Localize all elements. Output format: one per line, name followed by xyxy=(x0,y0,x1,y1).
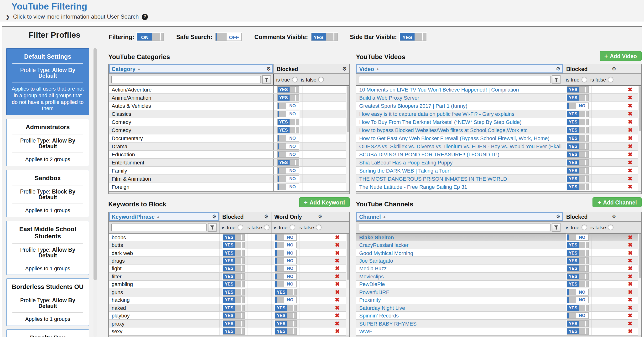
table-row[interactable]: THE MOST DANGEROUS PRISON INMATES IN THE… xyxy=(356,175,641,183)
blocked-toggle[interactable]: YES xyxy=(223,234,245,241)
channel-link[interactable]: Saturday Night Live xyxy=(359,305,405,311)
table-row[interactable]: SUPER BABY RHYMES YES ✖ xyxy=(356,320,641,328)
profile-card[interactable]: East Middle School Students Profile Type… xyxy=(6,220,89,275)
profile-card[interactable]: Sandbox Profile Type: Block By Default A… xyxy=(6,170,89,217)
help-icon[interactable]: ? xyxy=(142,13,148,20)
gear-icon[interactable]: ⚙ xyxy=(342,66,347,71)
channel-link[interactable]: Media Buzz xyxy=(359,266,387,272)
delete-button[interactable]: ✖ xyxy=(628,94,632,101)
blocked-toggle[interactable]: YES xyxy=(223,242,245,248)
table-row[interactable]: Comedy YES xyxy=(109,118,349,126)
delete-button[interactable]: ✖ xyxy=(335,328,340,335)
table-row[interactable]: Build a Web Proxy Server YES ✖ xyxy=(356,94,641,102)
delete-button[interactable]: ✖ xyxy=(628,151,632,158)
video-link[interactable]: Surfing the DARK WEB | Taking a Tour! xyxy=(359,168,451,174)
blocked-toggle[interactable]: YES xyxy=(277,94,299,101)
sidebar-scrollbar-thumb[interactable] xyxy=(94,48,97,280)
table-row[interactable]: How easy is it to capture data on public… xyxy=(356,110,641,118)
grid-scrollbar[interactable] xyxy=(638,234,641,336)
blocked-toggle[interactable]: YES xyxy=(567,159,589,166)
gear-icon[interactable]: ⚙ xyxy=(556,214,560,219)
delete-button[interactable]: ✖ xyxy=(335,297,340,303)
profile-card[interactable]: Borderless Students OU Profile Type: All… xyxy=(6,279,89,326)
column-header-category[interactable]: Category ▲ ⚙ xyxy=(109,64,274,73)
gear-icon[interactable]: ⚙ xyxy=(612,214,616,219)
column-header-blocked[interactable]: Blocked ⚙ xyxy=(564,212,619,221)
gear-icon[interactable]: ⚙ xyxy=(264,214,268,219)
blocked-toggle[interactable]: NO xyxy=(277,135,299,142)
radio-is-false[interactable] xyxy=(608,77,614,82)
table-row[interactable]: sexy YES YES ✖ xyxy=(109,328,349,336)
table-row[interactable]: ODESZA vs. Skrillex vs. Diversa vs. Ille… xyxy=(356,143,641,151)
filter-button[interactable] xyxy=(552,75,560,84)
delete-button[interactable]: ✖ xyxy=(628,111,632,117)
word-only-toggle[interactable]: YES xyxy=(275,328,297,335)
radio-is-false[interactable] xyxy=(608,225,614,230)
video-link[interactable]: How to bypass Blocked Websites/Web filte… xyxy=(359,127,528,133)
channel-filter-input[interactable] xyxy=(359,224,550,231)
blocked-toggle[interactable]: YES xyxy=(277,127,299,133)
table-row[interactable]: PewDiePie YES ✖ xyxy=(356,281,641,288)
word-only-toggle[interactable]: NO xyxy=(275,242,297,248)
radio-is-false[interactable] xyxy=(264,225,270,230)
delete-button[interactable]: ✖ xyxy=(628,159,632,166)
table-row[interactable]: 10 Moments on LIVE TV You Won't Believe … xyxy=(356,86,641,94)
table-row[interactable]: Anime/Animation YES xyxy=(109,94,349,102)
table-row[interactable]: CrazyRussianHacker YES ✖ xyxy=(356,241,641,249)
word-only-toggle[interactable]: NO xyxy=(275,297,297,303)
blocked-toggle[interactable]: NO xyxy=(277,151,299,158)
delete-button[interactable]: ✖ xyxy=(335,242,340,248)
delete-button[interactable]: ✖ xyxy=(628,242,632,248)
radio-is-true[interactable] xyxy=(292,77,298,82)
table-row[interactable]: How to Get Past Any Web Blocker Firewall… xyxy=(356,134,641,143)
video-link[interactable]: How To Buy From The Darknet Markets! (*N… xyxy=(359,119,522,125)
video-link[interactable]: The Nude Latitude - Free Range Sailing E… xyxy=(359,184,467,190)
delete-button[interactable]: ✖ xyxy=(628,167,632,174)
blocked-toggle[interactable]: YES xyxy=(567,242,589,248)
blocked-toggle[interactable]: NO xyxy=(567,312,589,319)
column-header-blocked[interactable]: Blocked ⚙ xyxy=(220,212,272,221)
grid-scrollbar[interactable] xyxy=(346,86,349,191)
grid-scrollbar[interactable] xyxy=(346,234,349,336)
filter-button[interactable] xyxy=(262,75,271,84)
video-link[interactable]: 10 Moments on LIVE TV You Won't Believe … xyxy=(359,87,519,92)
radio-is-true[interactable] xyxy=(289,225,295,230)
blocked-toggle[interactable]: YES xyxy=(567,257,589,264)
profile-card[interactable]: Default Settings Profile Type: Allow By … xyxy=(6,48,89,115)
blocked-toggle[interactable]: YES xyxy=(567,167,589,174)
table-row[interactable]: Blake Shelton NO ✖ xyxy=(356,234,641,241)
blocked-toggle[interactable]: YES xyxy=(223,328,245,335)
table-row[interactable]: butts YES NO ✖ xyxy=(109,241,349,249)
delete-button[interactable]: ✖ xyxy=(628,135,632,142)
grid-scrollbar-thumb[interactable] xyxy=(639,86,641,131)
delete-button[interactable]: ✖ xyxy=(335,304,340,311)
blocked-toggle[interactable]: YES xyxy=(567,127,589,133)
delete-button[interactable]: ✖ xyxy=(628,143,632,150)
table-row[interactable]: Media Buzz YES ✖ xyxy=(356,265,641,273)
table-row[interactable]: proxy YES YES ✖ xyxy=(109,320,349,328)
delete-button[interactable]: ✖ xyxy=(335,289,340,296)
safe-search-toggle[interactable]: OFF xyxy=(215,33,242,41)
video-link[interactable]: ODESZA vs. Skrillex vs. Diversa vs. Ille… xyxy=(359,143,564,149)
grid-scrollbar-thumb[interactable] xyxy=(347,234,349,280)
profile-card[interactable]: Penalty Box Profile Type: Block By Defau… xyxy=(6,329,89,337)
table-row[interactable]: Good Mythical Morning YES ✖ xyxy=(356,249,641,257)
blocked-toggle[interactable]: YES xyxy=(567,273,589,280)
blocked-toggle[interactable]: YES xyxy=(567,94,589,101)
table-row[interactable]: Shia LaBeouf Has a Poop-Eating Puppy YES… xyxy=(356,159,641,167)
keyword-filter-input[interactable] xyxy=(111,224,206,231)
table-row[interactable]: drugs YES NO ✖ xyxy=(109,257,349,265)
table-row[interactable]: PowerfulJRE NO ✖ xyxy=(356,288,641,296)
channel-link[interactable]: CrazyRussianHacker xyxy=(359,242,408,248)
blocked-toggle[interactable]: NO xyxy=(277,102,299,109)
word-only-toggle[interactable]: NO xyxy=(275,273,297,280)
delete-button[interactable]: ✖ xyxy=(628,119,632,125)
video-filter-input[interactable] xyxy=(359,76,550,83)
filter-button[interactable] xyxy=(552,223,560,232)
table-row[interactable]: How to bypass Blocked Websites/Web filte… xyxy=(356,126,641,134)
gear-icon[interactable]: ⚙ xyxy=(266,66,271,71)
column-header-video[interactable]: Video ▲ ⚙ xyxy=(356,64,564,73)
delete-button[interactable]: ✖ xyxy=(628,304,632,311)
radio-is-false[interactable] xyxy=(316,225,322,230)
video-link[interactable]: THE MOST DANGEROUS PRISON INMATES IN THE… xyxy=(359,176,507,182)
